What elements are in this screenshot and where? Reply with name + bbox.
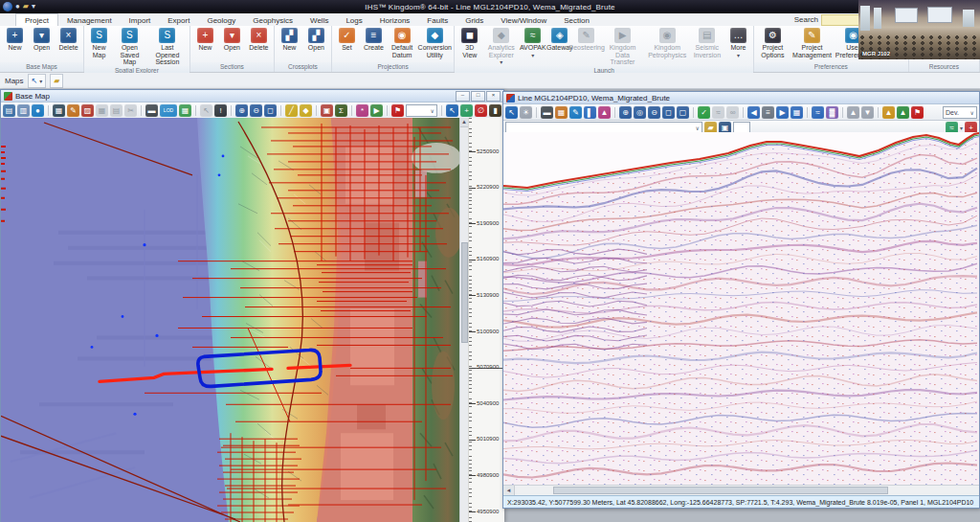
zoom-out-icon[interactable]: ⊖ (250, 104, 262, 117)
symbol-style-icon[interactable]: * (356, 104, 368, 117)
link-views-icon[interactable]: ∞ (726, 106, 739, 119)
tab-faults[interactable]: Faults (418, 13, 457, 26)
seismic-section-canvas[interactable] (503, 132, 979, 485)
folder-icon[interactable]: ▰ (23, 2, 29, 11)
base-map-vertical-scrollbar[interactable]: ▲ (459, 118, 468, 522)
minimize-button[interactable]: – (456, 91, 470, 102)
ribbon-button-delete[interactable]: ×Delete (246, 27, 272, 52)
maps-caret-icon[interactable]: ▾ (39, 78, 42, 84)
ribbon-button-delete[interactable]: ×Delete (56, 27, 81, 52)
ribbon-button-new[interactable]: +New (2, 27, 28, 52)
statistics-icon[interactable]: Σ (335, 104, 347, 117)
measure-tool-icon[interactable]: + (460, 104, 473, 117)
zoom-in-icon[interactable]: ⊕ (235, 104, 248, 117)
priority-alert-icon[interactable]: ! (214, 104, 227, 117)
ribbon-button-kingdom-data-transfer[interactable]: ▶Kingdom Data Transfer (600, 27, 644, 66)
raster-overlay-icon[interactable]: ▨ (81, 104, 94, 117)
tab-management[interactable]: Management (58, 13, 121, 26)
layer-style-icon[interactable]: ▶ (370, 104, 383, 117)
kingdom-tools-icon[interactable]: ⚑ (391, 104, 404, 117)
fault-tools-icon[interactable]: ▲ (897, 106, 909, 119)
ribbon-button-kingdom-petrophysics[interactable]: ◉Kingdom Petrophysics (646, 27, 689, 58)
gain-down-icon[interactable]: ▼ (861, 106, 874, 119)
tab-geophysics[interactable]: Geophysics (244, 13, 301, 26)
next-line-icon[interactable]: ▶ (776, 106, 789, 119)
fit-selection-icon[interactable]: ▢ (677, 106, 689, 119)
scale-bar-icon[interactable]: ▬ (145, 104, 158, 117)
scroll-left-arrow-icon[interactable]: ◂ (503, 486, 515, 495)
color-grid-icon[interactable]: ▦ (179, 104, 191, 117)
ribbon-button-default-datum[interactable]: ◉Default Datum (388, 27, 416, 58)
tab-geology[interactable]: Geology (198, 13, 244, 26)
ribbon-button-analytics-explorer[interactable]: ◆Analytics Explorer▾ (483, 27, 519, 65)
gain-up-icon[interactable]: ▲ (847, 106, 859, 119)
notebook-icon[interactable]: ▮ (489, 104, 501, 117)
ribbon-button-open[interactable]: ▾Open (29, 27, 55, 52)
app-icon[interactable] (3, 2, 12, 11)
ribbon-button-new[interactable]: +New (192, 27, 218, 52)
insert-image-icon[interactable]: ▣ (321, 104, 333, 117)
seismic-horizontal-scrollbar[interactable]: ◂ (503, 485, 979, 495)
ribbon-button-geosteering[interactable]: ✎Geosteering (573, 27, 599, 52)
maximize-button[interactable]: □ (471, 91, 485, 102)
tab-import[interactable]: Import (121, 13, 160, 26)
ribbon-button-seismic-inversion[interactable]: ▤Seismic Inversion (690, 27, 724, 58)
tab-grids[interactable]: Grids (457, 13, 492, 26)
kingdom-flag-icon[interactable]: ⚑ (911, 106, 924, 119)
ribbon-button-create[interactable]: ≡Create (361, 27, 387, 52)
tab-horizons[interactable]: Horizons (371, 13, 419, 26)
zoom-pan-icon[interactable]: ◎ (634, 106, 646, 119)
base-map-canvas[interactable] (1, 118, 459, 522)
tab-section[interactable]: Section (555, 13, 598, 26)
tab-logs[interactable]: Logs (337, 13, 370, 26)
scrollbar-thumb[interactable] (553, 487, 888, 494)
fit-window-icon[interactable]: ◻ (662, 106, 675, 119)
tab-export[interactable]: Export (159, 13, 198, 26)
ribbon-button-open-saved-map[interactable]: SOpen Saved Map (113, 27, 146, 66)
vertical-marker-icon[interactable]: ▌ (584, 106, 596, 119)
arbitrary-line-icon[interactable]: ≡ (762, 106, 774, 119)
draw-line-icon[interactable]: ╱ (285, 104, 298, 117)
edit-layers-icon[interactable]: ✎ (67, 104, 79, 117)
ribbon-button-project-management[interactable]: ✎Project Management (791, 27, 834, 58)
copy-contents-icon[interactable]: ▥ (17, 104, 30, 117)
ribbon-button-more[interactable]: …More▾ (725, 27, 751, 58)
ribbon-button-last-opened-session[interactable]: SLast Opened Session (147, 27, 188, 66)
ribbon-button-set[interactable]: ✓Set (334, 27, 360, 52)
no-edit-icon[interactable]: ∅ (475, 104, 487, 117)
pointer-tool-icon[interactable]: ↖ (446, 104, 458, 117)
contour-display-icon[interactable]: ▤ (110, 104, 122, 117)
ribbon-button-new-map[interactable]: SNew Map (86, 27, 112, 58)
ribbon-button-new[interactable]: ▞New (277, 27, 302, 52)
tab-view-window[interactable]: View/Window (492, 13, 555, 26)
flatten-icon[interactable]: ▲ (598, 106, 611, 119)
map-view-icon[interactable]: ✎ (569, 106, 582, 119)
grid-settings-icon[interactable]: ▦ (555, 106, 568, 119)
tab-wells[interactable]: Wells (301, 13, 337, 26)
ribbon-button-3d-view[interactable]: ◼3D View (457, 27, 482, 58)
select-mode-icon[interactable]: ↖ (200, 104, 212, 117)
show-image-icon[interactable]: ▦ (53, 104, 65, 117)
open-map-icon[interactable]: ▰ (54, 77, 59, 85)
scale-bar-icon[interactable]: ▬ (541, 106, 553, 119)
trace-attributes-icon[interactable]: ☀ (520, 106, 532, 119)
close-button[interactable]: × (486, 91, 501, 102)
quick-access-caret-icon[interactable]: ▾ (32, 2, 35, 11)
zoom-out-icon[interactable]: ⊖ (648, 106, 660, 119)
ribbon-button-conversion-utility[interactable]: ◆Conversion Utility (417, 27, 452, 58)
pointer-mode-icon[interactable]: ↖ (32, 77, 38, 85)
ribbon-button-open[interactable]: ▾Open (219, 27, 245, 52)
scroll-up-arrow-icon[interactable]: ▲ (460, 118, 468, 127)
pick-mode-icon[interactable]: ✓ (698, 106, 710, 119)
cut-polygon-icon[interactable]: ✂ (124, 104, 137, 117)
zoom-extents-icon[interactable]: ◻ (264, 104, 277, 117)
globe-icon[interactable]: ● (15, 2, 20, 11)
lod-toggle-icon[interactable]: LOD (160, 104, 177, 117)
previous-line-icon[interactable]: ◀ (747, 106, 760, 119)
draw-polygon-icon[interactable]: ◆ (300, 104, 312, 117)
horizon-tools-icon[interactable]: ▲ (882, 106, 895, 119)
publish-web-icon[interactable]: ● (32, 104, 44, 117)
ribbon-button-avopak[interactable]: ≈AVOPAK▾ (520, 27, 546, 58)
wiggle-display-icon[interactable]: ≈ (812, 106, 824, 119)
tab-project[interactable]: Project (15, 13, 58, 26)
